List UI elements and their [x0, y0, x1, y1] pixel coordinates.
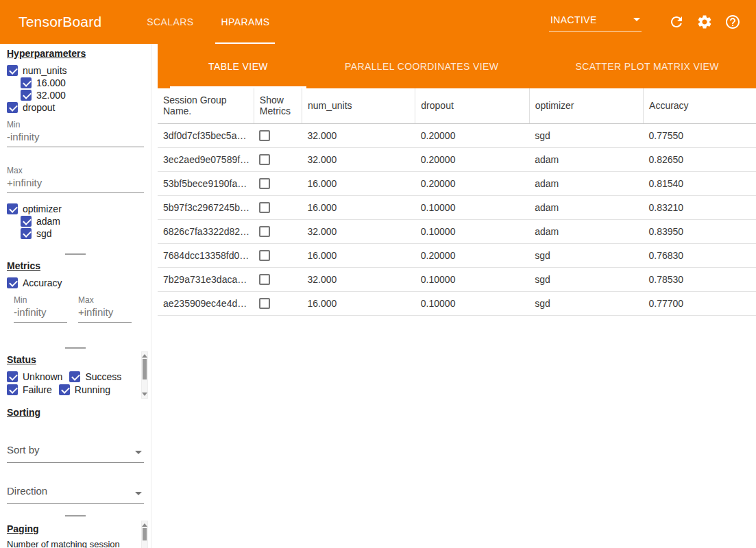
app-title: TensorBoard: [19, 14, 101, 30]
status-running-checkbox[interactable]: [59, 384, 70, 395]
help-icon[interactable]: [724, 14, 741, 30]
table-row[interactable]: 7684dcc13358fd0… 16.000 0.20000 sgd 0.76…: [158, 243, 756, 267]
dropout-cell: 0.10000: [415, 291, 529, 315]
metric-min-input[interactable]: [14, 304, 67, 323]
pane-resize-handle[interactable]: [65, 515, 86, 516]
metric-max-group: Max: [78, 296, 132, 323]
settings-gear-icon[interactable]: [696, 14, 713, 30]
table-row[interactable]: 6826c7fa3322d82… 32.000 0.10000 adam 0.8…: [158, 219, 756, 243]
show-metrics-checkbox[interactable]: [259, 154, 270, 165]
optimizer-sgd-checkbox[interactable]: [21, 228, 32, 239]
dropout-min-input[interactable]: [7, 129, 144, 147]
dropout-cell: 0.10000: [415, 219, 529, 243]
status-options: Unknown Success Failure Running: [7, 371, 133, 396]
optimizer-adam-checkbox[interactable]: [21, 216, 32, 227]
optimizer-cell: sgd: [529, 291, 643, 315]
table-row[interactable]: 5b97f3c2967245b… 16.000 0.10000 adam 0.8…: [158, 195, 756, 219]
session-name-cell: ae235909ec4e4d…: [158, 291, 254, 315]
accuracy-checkbox[interactable]: [7, 277, 18, 288]
pane-resize-handle[interactable]: [65, 347, 86, 349]
num-units-value-32-row[interactable]: 32.000: [21, 89, 144, 101]
status-scrollbar[interactable]: [141, 351, 148, 399]
num-units-32-label: 32.000: [36, 90, 66, 101]
hparam-dropout-row[interactable]: dropout: [7, 101, 144, 114]
show-metrics-checkbox[interactable]: [259, 130, 270, 141]
accuracy-cell: 0.77550: [644, 123, 756, 147]
table-row[interactable]: 3df0d7cf35bec5a… 32.000 0.20000 sgd 0.77…: [158, 123, 756, 147]
num-units-cell: 32.000: [302, 219, 415, 243]
scrollbar-thumb[interactable]: [143, 528, 147, 540]
table-row[interactable]: 3ec2aed9e07589f… 32.000 0.20000 adam 0.8…: [158, 147, 756, 171]
scroll-up-icon[interactable]: [142, 354, 147, 358]
status-failure-label: Failure: [23, 384, 52, 395]
status-success-checkbox[interactable]: [69, 371, 80, 382]
direction-value: Direction: [7, 485, 47, 497]
status-failure-row[interactable]: Failure: [7, 384, 52, 396]
accuracy-cell: 0.77700: [644, 291, 756, 315]
tab-scalars[interactable]: SCALARS: [133, 0, 207, 44]
dropout-checkbox[interactable]: [7, 102, 18, 113]
tab-table-view[interactable]: TABLE VIEW: [170, 44, 306, 88]
sort-by-value: Sort by: [7, 444, 40, 456]
scroll-up-icon[interactable]: [142, 523, 147, 527]
optimizer-adam-row[interactable]: adam: [21, 215, 144, 227]
session-name-cell: 53bf5bece9190fa…: [158, 171, 254, 195]
status-success-row[interactable]: Success: [69, 371, 121, 383]
col-optimizer: optimizer: [529, 88, 643, 123]
sorting-section: Sorting Sort by Direction: [0, 407, 151, 504]
num-units-checkbox[interactable]: [7, 65, 18, 76]
num-units-16-label: 16.000: [36, 77, 66, 88]
num-units-16-checkbox[interactable]: [21, 77, 32, 88]
status-running-row[interactable]: Running: [59, 384, 110, 396]
status-failure-checkbox[interactable]: [7, 384, 18, 395]
tab-hparams[interactable]: HPARAMS: [207, 0, 283, 44]
optimizer-sgd-row[interactable]: sgd: [21, 227, 144, 240]
status-unknown-checkbox[interactable]: [7, 371, 18, 382]
metric-min-group: Min: [14, 296, 67, 323]
sort-by-dropdown[interactable]: Sort by: [7, 441, 144, 463]
table-row[interactable]: ae235909ec4e4d… 16.000 0.10000 sgd 0.777…: [158, 291, 756, 315]
num-units-cell: 16.000: [302, 195, 415, 219]
status-title: Status: [7, 354, 144, 365]
tab-parallel-coordinates-view[interactable]: PARALLEL COORDINATES VIEW: [306, 44, 537, 88]
table-row[interactable]: 53bf5bece9190fa… 16.000 0.20000 adam 0.8…: [158, 171, 756, 195]
dropout-label: dropout: [23, 102, 55, 113]
hparam-optimizer-row[interactable]: optimizer: [7, 203, 144, 215]
paging-scrollbar[interactable]: [141, 521, 148, 548]
topbar-actions: INACTIVE: [549, 13, 741, 32]
show-metrics-checkbox[interactable]: [259, 202, 270, 213]
metric-max-input[interactable]: [78, 304, 132, 323]
hparam-num-units-row[interactable]: num_units: [7, 64, 144, 77]
show-metrics-checkbox[interactable]: [259, 298, 270, 309]
num-units-32-checkbox[interactable]: [21, 90, 32, 101]
status-section: Status Unknown Success Failure Running: [0, 354, 151, 396]
show-metrics-checkbox[interactable]: [259, 250, 270, 261]
dropout-max-input[interactable]: [7, 175, 144, 193]
status-unknown-row[interactable]: Unknown: [7, 371, 62, 383]
run-status-dropdown[interactable]: INACTIVE: [549, 13, 642, 32]
num-units-cell: 16.000: [302, 291, 415, 315]
accuracy-label: Accuracy: [23, 277, 62, 288]
scrollbar-thumb[interactable]: [143, 359, 147, 379]
dropout-cell: 0.20000: [415, 123, 529, 147]
num-units-cell: 32.000: [302, 267, 415, 291]
accuracy-cell: 0.81540: [644, 171, 756, 195]
col-show-metrics: Show Metrics: [254, 88, 302, 123]
pane-resize-handle[interactable]: [65, 253, 86, 255]
tab-scatter-plot-matrix-view[interactable]: SCATTER PLOT MATRIX VIEW: [537, 44, 756, 88]
col-dropout: dropout: [415, 88, 529, 123]
table-row[interactable]: 7b29a731e3daca… 32.000 0.10000 sgd 0.785…: [158, 267, 756, 291]
optimizer-checkbox[interactable]: [7, 203, 18, 214]
session-name-cell: 7684dcc13358fd0…: [158, 243, 254, 267]
num-units-value-16-row[interactable]: 16.000: [21, 77, 144, 89]
scroll-down-icon[interactable]: [142, 393, 147, 396]
session-name-cell: 3df0d7cf35bec5a…: [158, 123, 254, 147]
direction-dropdown[interactable]: Direction: [7, 482, 144, 504]
show-metrics-checkbox[interactable]: [259, 274, 270, 285]
metric-accuracy-row[interactable]: Accuracy: [7, 277, 144, 289]
refresh-icon[interactable]: [668, 14, 685, 30]
show-metrics-checkbox[interactable]: [259, 226, 270, 237]
optimizer-sgd-label: sgd: [36, 228, 52, 239]
show-metrics-checkbox[interactable]: [259, 178, 270, 189]
session-name-cell: 3ec2aed9e07589f…: [158, 147, 254, 171]
